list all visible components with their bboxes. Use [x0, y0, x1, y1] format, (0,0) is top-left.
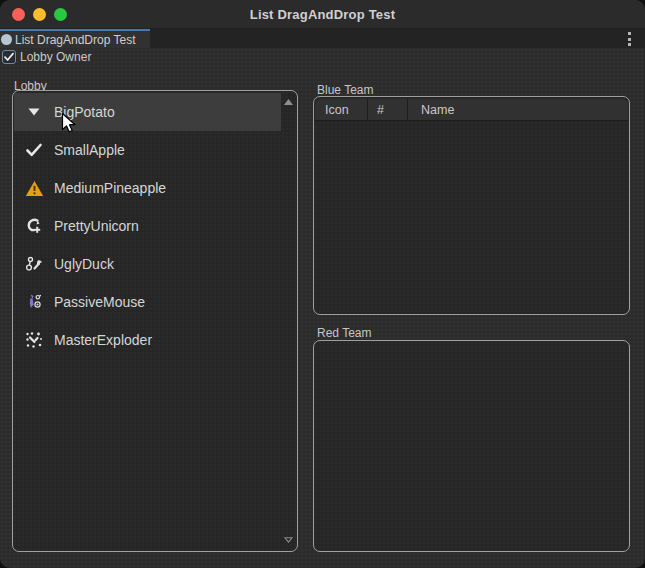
lobby-owner-label: Lobby Owner	[20, 50, 91, 64]
list-item[interactable]: MediumPineapple	[14, 169, 281, 207]
rig-wrench-icon	[24, 254, 44, 274]
lobby-owner-row: Lobby Owner	[2, 50, 91, 64]
tab-list-draganddrop-test[interactable]: List DragAndDrop Test	[0, 29, 150, 48]
titlebar: List DragAndDrop Test	[0, 0, 645, 29]
close-button[interactable]	[12, 8, 25, 21]
tab-label: List DragAndDrop Test	[15, 33, 136, 47]
blue-team-panel: Icon # Name	[313, 96, 630, 315]
tab-bar: List DragAndDrop Test	[0, 29, 645, 48]
app-window: List DragAndDrop Test List DragAndDrop T…	[0, 0, 645, 568]
lobby-list: BigPotato SmallApple MediumPineapple	[14, 93, 281, 359]
blue-team-label: Blue Team	[317, 83, 373, 97]
lobby-owner-checkbox[interactable]	[2, 50, 16, 64]
list-item[interactable]: PassiveMouse	[14, 283, 281, 321]
list-item-label: PrettyUnicorn	[54, 218, 139, 234]
scroll-down-icon[interactable]	[281, 533, 296, 547]
list-item-label: BigPotato	[54, 104, 115, 120]
list-item-label: UglyDuck	[54, 256, 114, 272]
dropdown-triangle-icon	[24, 102, 44, 122]
list-item[interactable]: SmallApple	[14, 131, 281, 169]
tab-window-icon	[1, 34, 12, 45]
minimize-button[interactable]	[33, 8, 46, 21]
list-item-label: SmallApple	[54, 142, 125, 158]
red-team-label: Red Team	[317, 326, 371, 340]
bone-joints-icon	[24, 292, 44, 312]
checkmark-icon	[3, 51, 15, 63]
warning-icon	[24, 178, 44, 198]
particles-icon	[24, 330, 44, 350]
window-title: List DragAndDrop Test	[250, 7, 396, 22]
list-item-label: MasterExploder	[54, 332, 152, 348]
column-header-icon[interactable]: Icon	[315, 99, 367, 121]
scroll-up-icon[interactable]	[281, 95, 296, 109]
lobby-list-panel: BigPotato SmallApple MediumPineapple	[12, 90, 298, 552]
kebab-menu-icon[interactable]	[626, 32, 632, 46]
red-team-panel	[313, 340, 630, 552]
list-item[interactable]: BigPotato	[14, 93, 281, 131]
cursor-plus-icon	[24, 216, 44, 236]
zoom-button[interactable]	[54, 8, 67, 21]
list-item[interactable]: PrettyUnicorn	[14, 207, 281, 245]
list-item-label: PassiveMouse	[54, 294, 145, 310]
list-item[interactable]: MasterExploder	[14, 321, 281, 359]
vertical-scrollbar[interactable]	[281, 92, 296, 550]
list-item-label: MediumPineapple	[54, 180, 166, 196]
traffic-lights	[12, 8, 67, 21]
blue-team-table-header: Icon # Name	[315, 99, 628, 121]
column-header-number[interactable]: #	[368, 99, 407, 121]
list-item[interactable]: UglyDuck	[14, 245, 281, 283]
column-header-name[interactable]: Name	[408, 99, 628, 121]
checkmark-icon	[24, 140, 44, 160]
